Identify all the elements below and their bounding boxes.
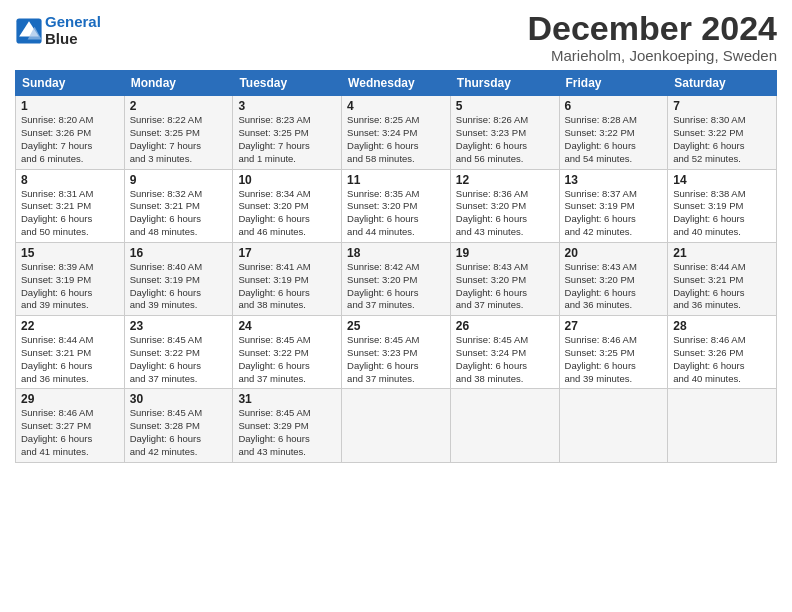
- calendar-day-cell: 11Sunrise: 8:35 AMSunset: 3:20 PMDayligh…: [342, 169, 451, 242]
- day-info: Sunrise: 8:40 AMSunset: 3:19 PMDaylight:…: [130, 261, 228, 312]
- day-info: Sunrise: 8:39 AMSunset: 3:19 PMDaylight:…: [21, 261, 119, 312]
- day-number: 16: [130, 246, 228, 260]
- day-number: 12: [456, 173, 554, 187]
- day-info: Sunrise: 8:37 AMSunset: 3:19 PMDaylight:…: [565, 188, 663, 239]
- calendar-day-cell: 23Sunrise: 8:45 AMSunset: 3:22 PMDayligh…: [124, 316, 233, 389]
- day-info: Sunrise: 8:41 AMSunset: 3:19 PMDaylight:…: [238, 261, 336, 312]
- calendar-day-cell: 20Sunrise: 8:43 AMSunset: 3:20 PMDayligh…: [559, 242, 668, 315]
- calendar-day-header: Monday: [124, 71, 233, 96]
- day-number: 2: [130, 99, 228, 113]
- day-info: Sunrise: 8:45 AMSunset: 3:28 PMDaylight:…: [130, 407, 228, 458]
- calendar-table: SundayMondayTuesdayWednesdayThursdayFrid…: [15, 70, 777, 462]
- day-info: Sunrise: 8:46 AMSunset: 3:26 PMDaylight:…: [673, 334, 771, 385]
- day-number: 20: [565, 246, 663, 260]
- day-number: 30: [130, 392, 228, 406]
- page-subtitle: Marieholm, Joenkoeping, Sweden: [527, 47, 777, 64]
- day-info: Sunrise: 8:32 AMSunset: 3:21 PMDaylight:…: [130, 188, 228, 239]
- calendar-day-cell: 30Sunrise: 8:45 AMSunset: 3:28 PMDayligh…: [124, 389, 233, 462]
- day-number: 31: [238, 392, 336, 406]
- day-info: Sunrise: 8:43 AMSunset: 3:20 PMDaylight:…: [565, 261, 663, 312]
- day-number: 9: [130, 173, 228, 187]
- day-info: Sunrise: 8:30 AMSunset: 3:22 PMDaylight:…: [673, 114, 771, 165]
- calendar-day-header: Saturday: [668, 71, 777, 96]
- logo-line2: Blue: [45, 31, 101, 48]
- day-info: Sunrise: 8:42 AMSunset: 3:20 PMDaylight:…: [347, 261, 445, 312]
- header: General Blue December 2024 Marieholm, Jo…: [15, 10, 777, 64]
- day-info: Sunrise: 8:45 AMSunset: 3:22 PMDaylight:…: [130, 334, 228, 385]
- day-number: 3: [238, 99, 336, 113]
- calendar-day-cell: [668, 389, 777, 462]
- day-number: 29: [21, 392, 119, 406]
- calendar-day-cell: 26Sunrise: 8:45 AMSunset: 3:24 PMDayligh…: [450, 316, 559, 389]
- calendar-day-cell: 16Sunrise: 8:40 AMSunset: 3:19 PMDayligh…: [124, 242, 233, 315]
- calendar-week-row: 22Sunrise: 8:44 AMSunset: 3:21 PMDayligh…: [16, 316, 777, 389]
- day-info: Sunrise: 8:23 AMSunset: 3:25 PMDaylight:…: [238, 114, 336, 165]
- calendar-day-cell: 25Sunrise: 8:45 AMSunset: 3:23 PMDayligh…: [342, 316, 451, 389]
- logo-icon: [15, 17, 43, 45]
- calendar-day-header: Tuesday: [233, 71, 342, 96]
- day-number: 27: [565, 319, 663, 333]
- day-number: 6: [565, 99, 663, 113]
- day-info: Sunrise: 8:45 AMSunset: 3:23 PMDaylight:…: [347, 334, 445, 385]
- calendar-day-cell: 12Sunrise: 8:36 AMSunset: 3:20 PMDayligh…: [450, 169, 559, 242]
- day-info: Sunrise: 8:31 AMSunset: 3:21 PMDaylight:…: [21, 188, 119, 239]
- calendar-day-cell: 2Sunrise: 8:22 AMSunset: 3:25 PMDaylight…: [124, 96, 233, 169]
- day-number: 26: [456, 319, 554, 333]
- logo-text: General Blue: [45, 14, 101, 47]
- calendar-day-cell: [450, 389, 559, 462]
- day-info: Sunrise: 8:46 AMSunset: 3:27 PMDaylight:…: [21, 407, 119, 458]
- calendar-header-row: SundayMondayTuesdayWednesdayThursdayFrid…: [16, 71, 777, 96]
- page-title: December 2024: [527, 10, 777, 47]
- day-number: 13: [565, 173, 663, 187]
- day-number: 24: [238, 319, 336, 333]
- day-info: Sunrise: 8:20 AMSunset: 3:26 PMDaylight:…: [21, 114, 119, 165]
- calendar-day-cell: 10Sunrise: 8:34 AMSunset: 3:20 PMDayligh…: [233, 169, 342, 242]
- day-info: Sunrise: 8:43 AMSunset: 3:20 PMDaylight:…: [456, 261, 554, 312]
- day-number: 10: [238, 173, 336, 187]
- calendar-day-cell: 6Sunrise: 8:28 AMSunset: 3:22 PMDaylight…: [559, 96, 668, 169]
- day-info: Sunrise: 8:38 AMSunset: 3:19 PMDaylight:…: [673, 188, 771, 239]
- calendar-week-row: 29Sunrise: 8:46 AMSunset: 3:27 PMDayligh…: [16, 389, 777, 462]
- day-number: 5: [456, 99, 554, 113]
- calendar-day-cell: 9Sunrise: 8:32 AMSunset: 3:21 PMDaylight…: [124, 169, 233, 242]
- calendar-day-cell: 28Sunrise: 8:46 AMSunset: 3:26 PMDayligh…: [668, 316, 777, 389]
- day-number: 25: [347, 319, 445, 333]
- day-number: 15: [21, 246, 119, 260]
- calendar-day-cell: 21Sunrise: 8:44 AMSunset: 3:21 PMDayligh…: [668, 242, 777, 315]
- calendar-day-cell: 19Sunrise: 8:43 AMSunset: 3:20 PMDayligh…: [450, 242, 559, 315]
- calendar-day-cell: 29Sunrise: 8:46 AMSunset: 3:27 PMDayligh…: [16, 389, 125, 462]
- day-info: Sunrise: 8:45 AMSunset: 3:29 PMDaylight:…: [238, 407, 336, 458]
- day-number: 14: [673, 173, 771, 187]
- calendar-day-cell: 31Sunrise: 8:45 AMSunset: 3:29 PMDayligh…: [233, 389, 342, 462]
- day-info: Sunrise: 8:28 AMSunset: 3:22 PMDaylight:…: [565, 114, 663, 165]
- day-number: 8: [21, 173, 119, 187]
- day-number: 21: [673, 246, 771, 260]
- logo-line1: General: [45, 14, 101, 31]
- calendar-day-cell: 27Sunrise: 8:46 AMSunset: 3:25 PMDayligh…: [559, 316, 668, 389]
- day-info: Sunrise: 8:44 AMSunset: 3:21 PMDaylight:…: [21, 334, 119, 385]
- day-info: Sunrise: 8:22 AMSunset: 3:25 PMDaylight:…: [130, 114, 228, 165]
- calendar-week-row: 1Sunrise: 8:20 AMSunset: 3:26 PMDaylight…: [16, 96, 777, 169]
- day-number: 4: [347, 99, 445, 113]
- logo: General Blue: [15, 14, 101, 47]
- calendar-day-cell: 8Sunrise: 8:31 AMSunset: 3:21 PMDaylight…: [16, 169, 125, 242]
- page: General Blue December 2024 Marieholm, Jo…: [0, 0, 792, 612]
- calendar-day-cell: 1Sunrise: 8:20 AMSunset: 3:26 PMDaylight…: [16, 96, 125, 169]
- calendar-day-header: Thursday: [450, 71, 559, 96]
- calendar-day-cell: 5Sunrise: 8:26 AMSunset: 3:23 PMDaylight…: [450, 96, 559, 169]
- calendar-day-cell: 24Sunrise: 8:45 AMSunset: 3:22 PMDayligh…: [233, 316, 342, 389]
- calendar-day-cell: 3Sunrise: 8:23 AMSunset: 3:25 PMDaylight…: [233, 96, 342, 169]
- title-area: December 2024 Marieholm, Joenkoeping, Sw…: [527, 10, 777, 64]
- day-info: Sunrise: 8:26 AMSunset: 3:23 PMDaylight:…: [456, 114, 554, 165]
- calendar-day-cell: 15Sunrise: 8:39 AMSunset: 3:19 PMDayligh…: [16, 242, 125, 315]
- calendar-day-cell: 13Sunrise: 8:37 AMSunset: 3:19 PMDayligh…: [559, 169, 668, 242]
- day-number: 23: [130, 319, 228, 333]
- calendar-day-cell: 17Sunrise: 8:41 AMSunset: 3:19 PMDayligh…: [233, 242, 342, 315]
- day-info: Sunrise: 8:35 AMSunset: 3:20 PMDaylight:…: [347, 188, 445, 239]
- day-number: 11: [347, 173, 445, 187]
- day-number: 18: [347, 246, 445, 260]
- day-number: 19: [456, 246, 554, 260]
- calendar-day-cell: 7Sunrise: 8:30 AMSunset: 3:22 PMDaylight…: [668, 96, 777, 169]
- calendar-day-cell: 4Sunrise: 8:25 AMSunset: 3:24 PMDaylight…: [342, 96, 451, 169]
- calendar-week-row: 8Sunrise: 8:31 AMSunset: 3:21 PMDaylight…: [16, 169, 777, 242]
